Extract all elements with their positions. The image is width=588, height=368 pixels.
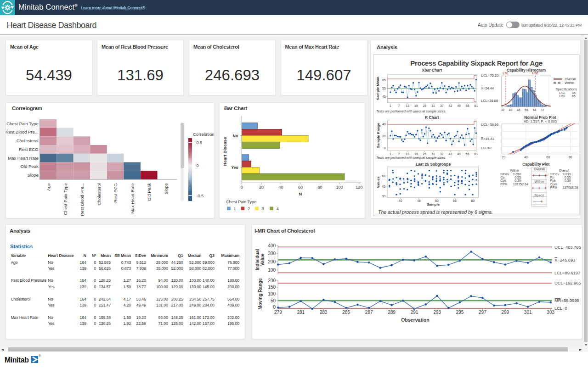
svg-text:LSL: LSL xyxy=(503,72,509,75)
svg-text:AD: 1.517, P: < 0.005: AD: 1.517, P: < 0.005 xyxy=(524,119,557,123)
svg-text:30: 30 xyxy=(382,195,385,198)
svg-text:72: 72 xyxy=(541,108,544,112)
svg-text:Chest Pain Type: Chest Pain Type xyxy=(6,121,39,126)
svg-text:Capability Histogram: Capability Histogram xyxy=(507,68,546,72)
svg-text:R Chart: R Chart xyxy=(425,115,439,120)
svg-text:283: 283 xyxy=(320,310,328,315)
svg-text:200: 200 xyxy=(268,259,276,264)
svg-text:281: 281 xyxy=(297,310,305,315)
svg-text:20: 20 xyxy=(502,156,506,159)
svg-text:49: 49 xyxy=(457,104,461,107)
svg-text:55: 55 xyxy=(466,104,469,107)
svg-text:LCL=0: LCL=0 xyxy=(481,146,491,150)
svg-text:Sample Mean: Sample Mean xyxy=(376,77,380,100)
svg-text:N: N xyxy=(299,191,302,196)
svg-text:9.058: 9.058 xyxy=(513,173,521,176)
svg-text:StDev: StDev xyxy=(550,173,560,176)
svg-text:Cholesterol: Cholesterol xyxy=(96,183,102,205)
svg-text:Overall: Overall xyxy=(534,167,545,171)
svg-text:StDev: StDev xyxy=(500,173,509,176)
svg-text:40: 40 xyxy=(382,123,386,126)
svg-text:45: 45 xyxy=(382,95,386,98)
svg-text:Individual: Individual xyxy=(254,249,260,270)
svg-text:Xbar Chart: Xbar Chart xyxy=(422,68,442,72)
svg-text:1: 1 xyxy=(390,152,391,156)
svg-text:137752.64: 137752.64 xyxy=(513,183,528,186)
svg-text:Rest Blood Pre...: Rest Blood Pre... xyxy=(79,183,85,216)
svg-text:Max Heart Rate: Max Heart Rate xyxy=(8,156,39,161)
svg-text:Observation: Observation xyxy=(401,317,429,323)
svg-text:32: 32 xyxy=(501,108,504,112)
svg-text:Tests are performed with unequ: Tests are performed with unequal sample … xyxy=(376,156,446,160)
svg-text:UCL=403.766: UCL=403.766 xyxy=(554,245,581,250)
svg-text:Chest Pain Type: Chest Pain Type xyxy=(63,183,68,215)
svg-text:Values: Values xyxy=(376,176,380,188)
svg-text:X=246.693: X=246.693 xyxy=(554,258,575,262)
svg-text:300: 300 xyxy=(268,251,276,256)
svg-text:20: 20 xyxy=(259,185,264,190)
svg-text:200: 200 xyxy=(268,278,276,283)
svg-text:0.39: 0.39 xyxy=(565,179,571,182)
svg-text:289: 289 xyxy=(388,310,396,315)
svg-text:7: 7 xyxy=(398,152,400,156)
svg-text:4: 4 xyxy=(277,206,279,211)
svg-text:50: 50 xyxy=(270,298,276,303)
svg-text:0.55: 0.55 xyxy=(565,176,571,179)
svg-text:45: 45 xyxy=(417,199,421,202)
svg-text:279: 279 xyxy=(274,310,282,315)
svg-text:0.55: 0.55 xyxy=(514,176,521,179)
svg-text:295: 295 xyxy=(456,310,464,315)
svg-text:Process Capability Sixpack Rep: Process Capability Sixpack Report for Ag… xyxy=(410,59,542,67)
svg-text:Old Peak: Old Peak xyxy=(21,164,39,169)
svg-text:2: 2 xyxy=(248,206,250,211)
svg-text:40: 40 xyxy=(278,185,283,190)
svg-text:Sample Range: Sample Range xyxy=(376,123,380,148)
svg-text:Specs: Specs xyxy=(534,193,544,197)
svg-text:Within: Within xyxy=(510,169,519,172)
svg-text:LCL=0: LCL=0 xyxy=(554,306,567,311)
svg-text:UCL=39.66: UCL=39.66 xyxy=(481,123,498,127)
svg-text:40: 40 xyxy=(399,199,402,202)
svg-text:65: 65 xyxy=(571,94,575,98)
svg-text:0: 0 xyxy=(384,146,386,150)
svg-text:37: 37 xyxy=(440,104,444,107)
svg-text:303: 303 xyxy=(547,310,554,315)
svg-text:137068.58: 137068.58 xyxy=(563,186,578,189)
svg-text:49: 49 xyxy=(457,152,461,156)
svg-text:Rest Blood Pre...: Rest Blood Pre... xyxy=(6,129,39,134)
svg-text:60: 60 xyxy=(298,185,303,190)
svg-text:PPM: PPM xyxy=(550,186,557,189)
svg-text:Overall: Overall xyxy=(559,169,570,172)
svg-text:55: 55 xyxy=(453,199,457,202)
svg-text:55: 55 xyxy=(466,152,469,156)
svg-text:31: 31 xyxy=(431,104,435,107)
svg-text:285: 285 xyxy=(342,310,350,315)
svg-text:LCL=89.6197: LCL=89.6197 xyxy=(554,271,580,275)
svg-text:287: 287 xyxy=(365,310,373,315)
svg-text:3: 3 xyxy=(262,206,264,211)
svg-text:USL: USL xyxy=(560,94,566,98)
svg-text:100: 100 xyxy=(268,291,276,296)
svg-text:Capability Plot: Capability Plot xyxy=(522,162,549,167)
svg-text:60: 60 xyxy=(471,199,475,202)
svg-text:299: 299 xyxy=(501,310,509,315)
svg-text:43: 43 xyxy=(449,152,452,156)
svg-text:0.5: 0.5 xyxy=(197,140,203,145)
svg-text:No: No xyxy=(233,134,238,138)
svg-text:61: 61 xyxy=(475,152,478,156)
svg-text:65: 65 xyxy=(382,78,386,82)
svg-text:Last 25 Subgroups: Last 25 Subgroups xyxy=(416,162,451,167)
svg-text:UCL=192.965: UCL=192.965 xyxy=(554,281,581,285)
svg-text:PPM: PPM xyxy=(500,183,507,186)
svg-text:45: 45 xyxy=(382,185,385,188)
svg-text:1: 1 xyxy=(234,206,236,211)
svg-text:25: 25 xyxy=(423,152,427,156)
svg-text:X=54.44: X=54.44 xyxy=(481,86,494,90)
svg-text:80: 80 xyxy=(317,185,322,190)
svg-text:293: 293 xyxy=(433,310,441,315)
svg-text:Sample: Sample xyxy=(427,202,440,206)
svg-text:291: 291 xyxy=(410,310,418,315)
svg-text:Within: Within xyxy=(565,81,574,85)
svg-text:7: 7 xyxy=(398,104,400,107)
svg-text:-0.5: -0.5 xyxy=(197,194,204,198)
